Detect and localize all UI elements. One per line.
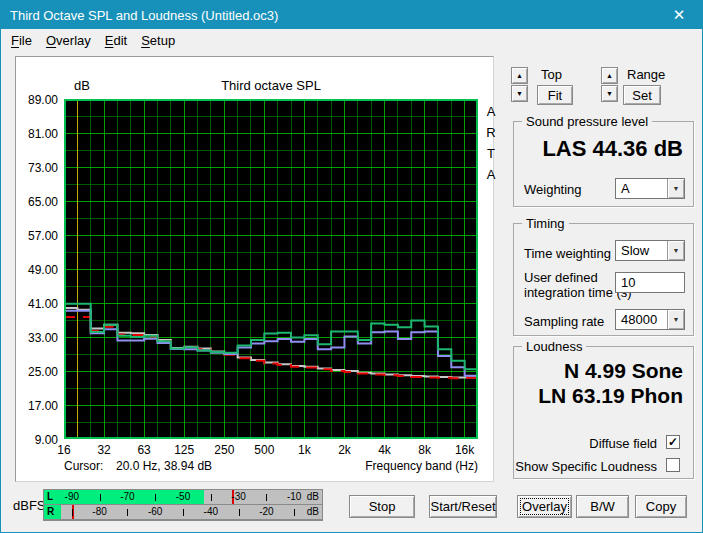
y-axis-tick-labels: 89.0081.0073.0065.0057.0049.0041.0033.00… bbox=[16, 99, 60, 439]
overlay-button[interactable]: Overlay bbox=[517, 495, 572, 518]
app-window: Third Octave SPL and Loudness (Untitled.… bbox=[0, 0, 703, 533]
loudness-ln-value: LN 63.19 Phon bbox=[538, 384, 683, 408]
stop-button[interactable]: Stop bbox=[349, 495, 415, 518]
weighting-dropdown[interactable]: A ▼ bbox=[615, 178, 685, 199]
y-tick-label: 81.00 bbox=[14, 127, 58, 141]
fit-button[interactable]: Fit bbox=[537, 85, 573, 105]
meter-tick bbox=[100, 494, 101, 501]
y-tick-label: 65.00 bbox=[14, 195, 58, 209]
x-tick-label: 2k bbox=[338, 443, 351, 457]
x-tick-label: 16k bbox=[455, 443, 474, 457]
y-tick-label: 57.00 bbox=[14, 229, 58, 243]
start-reset-button[interactable]: Start/Reset bbox=[429, 495, 497, 518]
time-weighting-value: Slow bbox=[616, 243, 667, 258]
x-tick-label: 4k bbox=[378, 443, 391, 457]
set-button[interactable]: Set bbox=[623, 85, 661, 105]
top-up-spinner[interactable]: ▲ bbox=[511, 67, 528, 84]
y-tick-label: 25.00 bbox=[14, 365, 58, 379]
meter-row-l: -90-70-50-30-10LdB bbox=[44, 490, 322, 504]
spl-value: LAS 44.36 dB bbox=[542, 136, 683, 162]
cursor-label: Cursor: bbox=[64, 459, 103, 473]
y-tick-label: 33.00 bbox=[14, 331, 58, 345]
x-axis-title: Frequency band (Hz) bbox=[365, 459, 478, 473]
x-tick-label: 32 bbox=[97, 443, 110, 457]
y-tick-label: 41.00 bbox=[14, 297, 58, 311]
spl-plot[interactable] bbox=[64, 99, 478, 439]
y-tick-label: 9.00 bbox=[14, 433, 58, 447]
x-tick-label: 500 bbox=[254, 443, 274, 457]
sampling-rate-dropdown[interactable]: 48000 ▼ bbox=[615, 309, 685, 330]
time-weighting-dropdown[interactable]: Slow ▼ bbox=[615, 240, 685, 261]
integration-label-line1: User defined bbox=[524, 270, 598, 285]
x-tick-label: 8k bbox=[418, 443, 431, 457]
range-up-spinner[interactable]: ▲ bbox=[601, 67, 618, 84]
x-tick-label: 63 bbox=[137, 443, 150, 457]
window-title: Third Octave SPL and Loudness (Untitled.… bbox=[1, 8, 278, 23]
meter-tick bbox=[183, 509, 184, 516]
chart-panel: dB Third octave SPL 89.0081.0073.0065.00… bbox=[15, 56, 494, 482]
menu-item-setup[interactable]: Setup bbox=[134, 30, 182, 51]
diffuse-field-checkbox[interactable]: ✓ bbox=[666, 435, 680, 449]
chevron-down-icon[interactable]: ▼ bbox=[667, 241, 684, 260]
weighting-value: A bbox=[616, 181, 667, 196]
meter-channel-label: L bbox=[47, 491, 53, 502]
x-tick-label: 250 bbox=[214, 443, 234, 457]
menu-item-edit[interactable]: Edit bbox=[98, 30, 134, 51]
chevron-down-icon[interactable]: ▼ bbox=[667, 179, 684, 198]
y-tick-label: 89.00 bbox=[14, 93, 58, 107]
meter-scale-label: -40 bbox=[204, 506, 218, 518]
sampling-rate-label: Sampling rate bbox=[524, 314, 604, 329]
range-down-spinner[interactable]: ▼ bbox=[601, 85, 618, 102]
range-label: Range bbox=[627, 67, 665, 82]
meter-unit-label: dB bbox=[307, 491, 319, 502]
b-w-button[interactable]: B/W bbox=[576, 495, 629, 518]
meter-scale-label: -70 bbox=[120, 491, 134, 503]
cursor-value: 20.0 Hz, 38.94 dB bbox=[116, 459, 212, 473]
spl-group: Sound pressure level LAS 44.36 dB Weight… bbox=[513, 121, 694, 207]
level-meter: -90-70-50-30-10LdB-80-60-40-20RdB bbox=[43, 489, 323, 521]
specific-loudness-label: Show Specific Loudness bbox=[515, 459, 657, 474]
x-tick-label: 125 bbox=[174, 443, 194, 457]
chart-title: Third octave SPL bbox=[64, 78, 478, 93]
meter-scale-label: -30 bbox=[231, 491, 245, 503]
meter-tick bbox=[72, 509, 73, 516]
chevron-down-icon[interactable]: ▼ bbox=[667, 310, 684, 329]
meter-tick bbox=[239, 509, 240, 516]
loudness-group-label: Loudness bbox=[522, 339, 586, 354]
meter-tick bbox=[266, 494, 267, 501]
menu-item-overlay[interactable]: Overlay bbox=[39, 30, 98, 51]
title-bar: Third Octave SPL and Loudness (Untitled.… bbox=[1, 1, 702, 29]
x-tick-label: 1k bbox=[298, 443, 311, 457]
loudness-n-value: N 4.99 Sone bbox=[564, 359, 683, 383]
close-button[interactable]: ✕ bbox=[656, 1, 702, 29]
top-down-spinner[interactable]: ▼ bbox=[511, 85, 528, 102]
menu-item-file[interactable]: File bbox=[4, 30, 39, 51]
spl-plot-area[interactable] bbox=[64, 99, 478, 439]
x-axis-tick-labels: 1632631252505001k2k4k8k16k bbox=[64, 443, 478, 459]
diffuse-field-label: Diffuse field bbox=[589, 436, 657, 451]
meter-scale-label: -90 bbox=[65, 491, 79, 503]
dbfs-label: dBFS bbox=[13, 498, 46, 513]
loudness-group: Loudness N 4.99 Sone LN 63.19 Phon Diffu… bbox=[513, 346, 694, 479]
integration-time-value: 10 bbox=[616, 275, 684, 290]
x-tick-label: 16 bbox=[57, 443, 70, 457]
y-tick-label: 49.00 bbox=[14, 263, 58, 277]
meter-unit-label: dB bbox=[307, 506, 319, 517]
top-label: Top bbox=[541, 67, 562, 82]
integration-time-input[interactable]: 10 bbox=[615, 272, 685, 293]
menu-bar: FileOverlayEditSetup bbox=[1, 29, 702, 52]
meter-scale-label: -20 bbox=[259, 506, 273, 518]
meter-tick bbox=[294, 509, 295, 516]
meter-scale-label: -50 bbox=[176, 491, 190, 503]
weighting-label: Weighting bbox=[524, 182, 582, 197]
meter-scale-label: -60 bbox=[148, 506, 162, 518]
timing-group: Timing Time weighting Slow ▼ User define… bbox=[513, 223, 694, 336]
meter-row-r: -80-60-40-20RdB bbox=[44, 505, 322, 519]
arta-watermark: ARTA bbox=[484, 101, 498, 185]
specific-loudness-checkbox[interactable] bbox=[666, 458, 680, 472]
sampling-rate-value: 48000 bbox=[616, 312, 667, 327]
time-weighting-label: Time weighting bbox=[524, 246, 611, 261]
meter-channel-label: R bbox=[47, 506, 54, 517]
copy-button[interactable]: Copy bbox=[635, 495, 687, 518]
spl-group-label: Sound pressure level bbox=[522, 114, 652, 129]
